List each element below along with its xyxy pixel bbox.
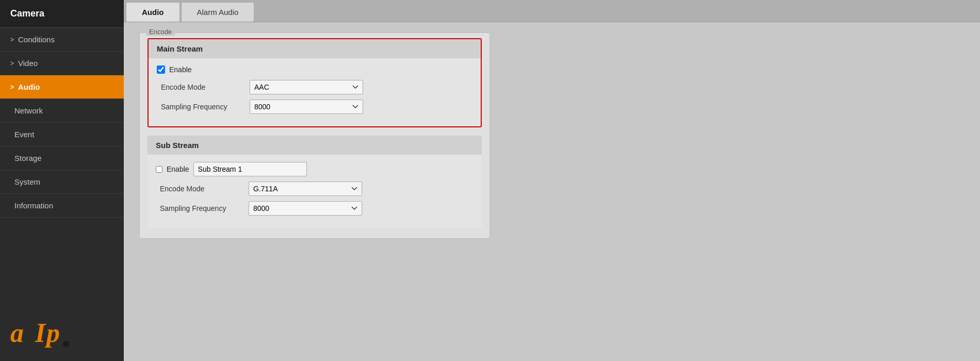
sidebar-item-audio-label: Audio [18, 83, 40, 91]
sidebar-item-network[interactable]: Network [0, 99, 124, 123]
sidebar-item-conditions-label: Conditions [18, 35, 55, 44]
sidebar-title: Camera [0, 0, 124, 28]
sidebar-item-information-label: Information [14, 201, 53, 210]
main-stream-encode-mode-select[interactable]: AAC G.711A G.711Mu G.726 [250, 80, 363, 94]
video-arrow: > [10, 60, 14, 67]
svg-text:I: I [35, 318, 46, 348]
main-stream-encode-mode-label: Encode Mode [157, 83, 250, 91]
sidebar-item-network-label: Network [14, 106, 43, 115]
sub-stream-encode-mode-label: Encode Mode [156, 185, 249, 193]
sidebar-item-event-label: Event [14, 130, 34, 139]
sub-stream-header: Sub Stream [148, 136, 482, 155]
sub-stream-sampling-freq-select[interactable]: 8000 16000 32000 48000 [249, 201, 362, 216]
sidebar-item-system[interactable]: System [0, 170, 124, 194]
sidebar-item-conditions[interactable]: > Conditions [0, 28, 124, 52]
svg-text:p: p [44, 318, 60, 348]
sidebar-item-video-label: Video [18, 59, 38, 68]
sub-stream-encode-mode-select[interactable]: AAC G.711A G.711Mu G.726 [249, 182, 362, 196]
main-stream-header: Main Stream [149, 39, 481, 58]
audio-arrow: > [10, 84, 14, 91]
main-stream-encode-mode-row: Encode Mode AAC G.711A G.711Mu G.726 [157, 80, 472, 94]
sidebar-logo: a I p [0, 308, 124, 361]
sidebar-item-video[interactable]: > Video [0, 52, 124, 75]
sub-stream-select[interactable]: Sub Stream 1 Sub Stream 2 [193, 162, 307, 176]
sub-stream-enable-label: Enable [167, 165, 189, 173]
main-stream-enable-row: Enable [157, 65, 472, 74]
main-stream-enable-label: Enable [169, 65, 192, 74]
sidebar-item-storage-label: Storage [14, 154, 42, 162]
svg-point-3 [63, 341, 69, 347]
main-stream-sampling-freq-label: Sampling Frequency [157, 103, 250, 111]
conditions-arrow: > [10, 36, 14, 43]
sidebar-item-system-label: System [14, 177, 40, 186]
sub-stream-sampling-freq-row: Sampling Frequency 8000 16000 32000 4800… [156, 201, 473, 216]
sub-stream-wrapper: Sub Stream Enable Sub Stream 1 Sub Strea… [148, 136, 482, 228]
content-area: Encode Main Stream Enable Encode Mode AA… [124, 22, 980, 361]
tabs-bar: Audio Alarm Audio [124, 0, 980, 22]
sidebar-item-storage[interactable]: Storage [0, 146, 124, 170]
logo-text: a I p [10, 317, 72, 352]
main-stream-sampling-freq-select[interactable]: 8000 16000 32000 48000 [250, 100, 363, 114]
sub-stream-enable-checkbox[interactable] [156, 166, 162, 173]
main-content: Audio Alarm Audio Encode Main Stream Ena… [124, 0, 980, 361]
main-stream-box: Main Stream Enable Encode Mode AAC G.711… [148, 38, 482, 127]
main-stream-sampling-freq-row: Sampling Frequency 8000 16000 32000 4800… [157, 100, 472, 114]
sub-stream-encode-mode-row: Encode Mode AAC G.711A G.711Mu G.726 [156, 182, 473, 196]
encode-section: Encode Main Stream Enable Encode Mode AA… [139, 32, 490, 239]
sidebar: Camera > Conditions > Video > Audio Netw… [0, 0, 124, 361]
tab-alarm-audio[interactable]: Alarm Audio [181, 2, 255, 22]
sidebar-item-event[interactable]: Event [0, 123, 124, 146]
sub-stream-body: Enable Sub Stream 1 Sub Stream 2 Encode … [148, 155, 482, 228]
sub-stream-sampling-freq-label: Sampling Frequency [156, 204, 249, 212]
main-stream-enable-checkbox[interactable] [157, 65, 165, 74]
sidebar-item-information[interactable]: Information [0, 194, 124, 218]
sidebar-item-audio[interactable]: > Audio [0, 75, 124, 99]
svg-text:a: a [10, 318, 24, 348]
tab-audio[interactable]: Audio [126, 2, 180, 22]
main-stream-body: Enable Encode Mode AAC G.711A G.711Mu G.… [149, 58, 481, 126]
sub-stream-enable-row: Enable Sub Stream 1 Sub Stream 2 [156, 162, 473, 176]
encode-section-label: Encode [146, 28, 175, 36]
